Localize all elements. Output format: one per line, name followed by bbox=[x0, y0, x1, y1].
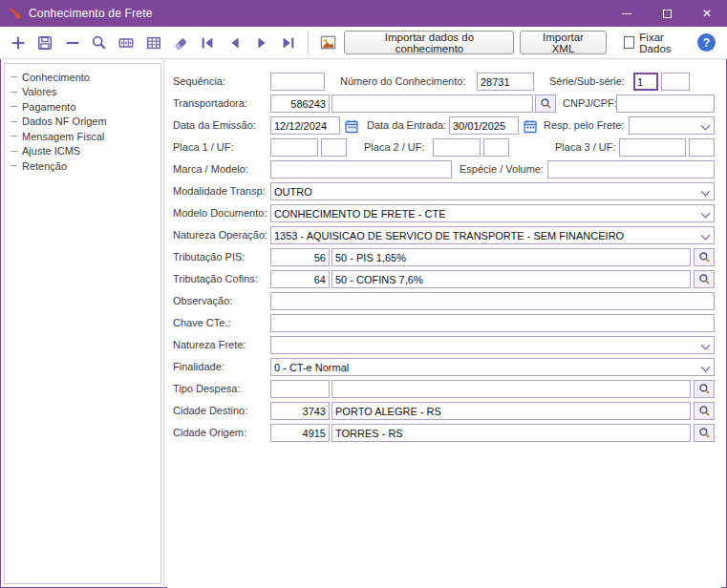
observacao-field[interactable] bbox=[270, 292, 715, 310]
sidebar-item-label: Conhecimento bbox=[22, 72, 90, 83]
modelo-documento-value: CONHECIMENTO DE FRETE - CTE bbox=[274, 208, 445, 220]
sidebar-item-ajuste-icms[interactable]: Ajuste ICMS bbox=[5, 144, 160, 159]
cidade-destino-label: Cidade Destino: bbox=[173, 405, 247, 416]
nav-first-button[interactable] bbox=[197, 31, 218, 54]
clear-button[interactable] bbox=[170, 31, 191, 54]
delete-record-button[interactable] bbox=[62, 31, 83, 54]
data-entrada-field[interactable]: 30/01/2025 bbox=[449, 116, 519, 135]
nav-prev-icon bbox=[226, 34, 244, 52]
placa3-field[interactable] bbox=[619, 138, 686, 157]
window-title: Conhecimento de Frete bbox=[29, 7, 153, 20]
numero-conhecimento-field[interactable]: 28731 bbox=[477, 73, 534, 91]
cnpj-cpf-field[interactable] bbox=[616, 94, 715, 113]
data-entrada-calendar-button[interactable] bbox=[521, 117, 540, 135]
window-controls: ✕ bbox=[607, 0, 727, 27]
sidebar-item-label: Pagamento bbox=[22, 101, 75, 113]
tipo-despesa-label: Tipo Despesa: bbox=[173, 383, 241, 394]
row-tributacao-cofins: Tributação Cofins: 64 50 - COFINS 7,6% bbox=[167, 270, 721, 288]
resp-frete-select[interactable] bbox=[629, 116, 715, 135]
minus-icon bbox=[64, 34, 81, 52]
cidade-destino-lookup-button[interactable] bbox=[694, 402, 715, 420]
cidade-origem-lookup-button[interactable] bbox=[694, 424, 715, 442]
tributacao-pis-desc-field[interactable]: 50 - PIS 1,65% bbox=[331, 248, 691, 266]
sidebar-splitter[interactable] bbox=[163, 59, 164, 588]
placa2-field[interactable] bbox=[433, 138, 481, 157]
nav-last-button[interactable] bbox=[278, 31, 299, 54]
tributacao-pis-lookup-button[interactable] bbox=[694, 248, 715, 266]
maximize-button[interactable] bbox=[647, 0, 687, 27]
close-button[interactable]: ✕ bbox=[687, 0, 727, 27]
import-data-button[interactable]: Importar dados do conhecimento bbox=[344, 31, 514, 54]
serie-field[interactable]: 1 bbox=[633, 73, 658, 91]
plus-icon bbox=[10, 34, 27, 52]
cidade-destino-desc-field[interactable]: PORTO ALEGRE - RS bbox=[331, 402, 691, 420]
sidebar-item-retencao[interactable]: Retenção bbox=[5, 158, 160, 174]
modelo-documento-select[interactable]: CONHECIMENTO DE FRETE - CTE bbox=[270, 204, 715, 222]
placa2-uf-field[interactable] bbox=[483, 138, 509, 157]
tributacao-pis-code-field[interactable]: 56 bbox=[270, 248, 330, 266]
transportadora-code-field[interactable]: 586243 bbox=[270, 94, 330, 113]
tributacao-cofins-desc-field[interactable]: 50 - COFINS 7,6% bbox=[331, 270, 691, 288]
data-entrada-label: Data da Entrada: bbox=[367, 119, 446, 131]
finalidade-value: 0 - CT-e Normal bbox=[274, 362, 349, 373]
lookup-search-icon bbox=[698, 427, 711, 439]
modalidade-transp-select[interactable]: OUTRO bbox=[270, 182, 715, 200]
transportadora-name-field[interactable] bbox=[331, 94, 533, 113]
row-finalidade: Finalidade: 0 - CT-e Normal bbox=[167, 358, 721, 376]
sidebar-item-mensagem-fiscal[interactable]: Mensagem Fiscal bbox=[5, 129, 160, 144]
tipo-despesa-code-field[interactable] bbox=[270, 380, 330, 398]
transportadora-lookup-button[interactable] bbox=[535, 94, 556, 113]
image-button[interactable] bbox=[317, 31, 338, 54]
cidade-origem-label: Cidade Origem: bbox=[173, 427, 246, 438]
tributacao-cofins-lookup-button[interactable] bbox=[694, 270, 715, 288]
tributacao-cofins-code-field[interactable]: 64 bbox=[270, 270, 330, 288]
nav-next-button[interactable] bbox=[251, 31, 272, 54]
data-emissao-field[interactable]: 12/12/2024 bbox=[270, 116, 340, 135]
placa1-field[interactable] bbox=[270, 138, 318, 157]
especie-volume-field[interactable] bbox=[547, 160, 715, 178]
nav-first-icon bbox=[199, 34, 216, 52]
minimize-icon bbox=[622, 13, 631, 14]
sidebar-item-dados-nf-origem[interactable]: Dados NF Origem bbox=[5, 115, 160, 130]
natureza-operacao-select[interactable]: 1353 - AQUISICAO DE SERVICO DE TRANSPORT… bbox=[270, 226, 715, 244]
import-xml-button[interactable]: Importar XML bbox=[520, 31, 606, 54]
help-button[interactable]: ? bbox=[697, 33, 716, 52]
image-icon bbox=[319, 33, 337, 52]
modalidade-transp-value: OUTRO bbox=[274, 186, 312, 198]
cidade-origem-desc-field[interactable]: TORRES - RS bbox=[331, 424, 691, 442]
sidebar-item-pagamento[interactable]: Pagamento bbox=[5, 99, 160, 115]
nav-prev-button[interactable] bbox=[224, 31, 245, 54]
row-tributacao-pis: Tributação PIS: 56 50 - PIS 1,65% bbox=[167, 248, 721, 266]
finalidade-select[interactable]: 0 - CT-e Normal bbox=[270, 358, 715, 376]
modelo-documento-label: Modelo Documento: bbox=[173, 207, 267, 219]
tipo-despesa-lookup-button[interactable] bbox=[694, 380, 715, 398]
tree-node-icon bbox=[11, 76, 17, 77]
cidade-origem-code-field[interactable]: 4915 bbox=[270, 424, 330, 442]
lookup-search-icon bbox=[540, 97, 552, 110]
save-button[interactable] bbox=[34, 31, 55, 54]
add-record-button[interactable] bbox=[8, 31, 29, 54]
sidebar-item-valores[interactable]: Valores bbox=[5, 85, 160, 100]
fixar-dados-checkbox[interactable]: Fixar Dados bbox=[624, 32, 692, 54]
grid-view-button[interactable] bbox=[142, 31, 163, 54]
sequencia-field[interactable] bbox=[270, 73, 325, 91]
placa1-uf-field[interactable] bbox=[321, 138, 347, 157]
tipo-despesa-desc-field[interactable] bbox=[331, 380, 691, 398]
subserie-field[interactable] bbox=[661, 73, 690, 91]
marca-modelo-field[interactable] bbox=[270, 160, 452, 178]
search-button[interactable] bbox=[89, 31, 110, 54]
chave-cte-field[interactable] bbox=[270, 314, 715, 332]
data-emissao-calendar-button[interactable] bbox=[342, 117, 361, 135]
cidade-destino-code-field[interactable]: 3743 bbox=[270, 402, 330, 420]
row-transportadora: Transportadora: 586243 CNPJ/CPF: bbox=[167, 94, 721, 113]
natureza-frete-label: Natureza Frete: bbox=[173, 339, 246, 350]
checkbox-icon bbox=[624, 36, 635, 49]
minimize-button[interactable] bbox=[607, 0, 647, 27]
sidebar-item-label: Ajuste ICMS bbox=[22, 145, 80, 157]
row-natureza-operacao: Natureza Operação: 1353 - AQUISICAO DE S… bbox=[167, 226, 721, 244]
placa3-uf-field[interactable] bbox=[689, 138, 715, 157]
resp-frete-label: Resp. pelo Frete: bbox=[544, 119, 624, 131]
calculator-button[interactable] bbox=[116, 31, 137, 54]
natureza-frete-select[interactable] bbox=[270, 336, 715, 354]
sidebar-item-conhecimento[interactable]: Conhecimento bbox=[5, 70, 160, 85]
